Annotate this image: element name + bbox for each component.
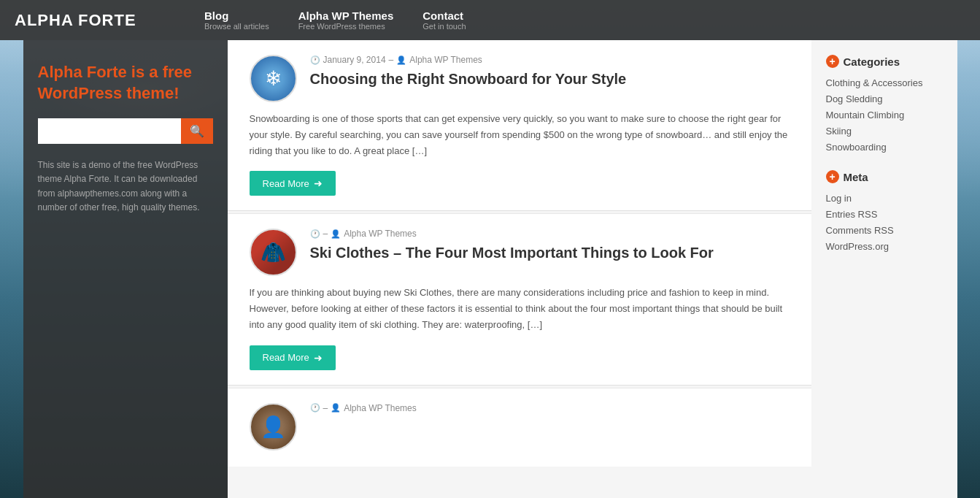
- meta-widget: + Meta Log in Entries RSS Comments RSS W…: [826, 170, 943, 252]
- nav-blog-sub: Browse all articles: [204, 22, 269, 31]
- categories-plus-icon: +: [826, 55, 839, 68]
- read-more-label-1: Read More: [263, 178, 309, 189]
- search-button[interactable]: 🔍: [181, 118, 213, 144]
- article-author-2: Alpha WP Themes: [344, 229, 417, 239]
- categories-widget: + Categories Clothing & Accessories Dog …: [826, 55, 943, 153]
- nav-item-contact[interactable]: Contact Get in touch: [423, 9, 466, 31]
- site-title[interactable]: ALPHA FORTE: [15, 11, 161, 30]
- article-card-3: 👤 🕐 – 👤 Alpha WP Themes: [228, 388, 811, 467]
- category-link-2[interactable]: Dog Sledding: [826, 93, 883, 104]
- read-more-button-1[interactable]: Read More ➜: [250, 171, 336, 196]
- article-author-1: Alpha WP Themes: [409, 55, 482, 65]
- article-card-1: ❄ 🕐 January 9, 2014 – 👤 Alpha WP Themes …: [228, 40, 811, 211]
- sidebar-right: + Categories Clothing & Accessories Dog …: [811, 40, 957, 498]
- category-item-5[interactable]: Snowboarding: [826, 141, 943, 153]
- dash-1: –: [389, 55, 394, 65]
- sidebar-description: This site is a demo of the free WordPres…: [38, 158, 213, 215]
- dash-3: –: [323, 403, 328, 413]
- article-card-2: 🧥 🕐 – 👤 Alpha WP Themes Ski Clothes – Th…: [228, 214, 811, 385]
- category-item-2[interactable]: Dog Sledding: [826, 93, 943, 104]
- article-date-1: January 9, 2014: [323, 55, 386, 65]
- article-author-3: Alpha WP Themes: [344, 403, 417, 413]
- search-box: 🔍: [38, 118, 213, 144]
- dash-2: –: [323, 229, 328, 239]
- article-thumb-2: 🧥: [250, 229, 297, 276]
- categories-label: Categories: [844, 55, 900, 68]
- article-meta-3: 🕐 – 👤 Alpha WP Themes: [310, 403, 790, 413]
- nav-contact-sub: Get in touch: [423, 22, 466, 31]
- meta-link-4[interactable]: WordPress.org: [826, 241, 889, 252]
- read-more-button-2[interactable]: Read More ➜: [250, 345, 336, 370]
- meta-item-3[interactable]: Comments RSS: [826, 224, 943, 236]
- meta-label: Meta: [844, 171, 868, 183]
- article-title-2[interactable]: Ski Clothes – The Four Most Important Th…: [310, 243, 790, 262]
- article-meta-title-1: 🕐 January 9, 2014 – 👤 Alpha WP Themes Ch…: [310, 55, 790, 88]
- article-thumb-3: 👤: [250, 403, 297, 451]
- meta-item-2[interactable]: Entries RSS: [826, 208, 943, 220]
- clock-icon-2: 🕐: [310, 229, 320, 239]
- meta-item-1[interactable]: Log in: [826, 192, 943, 204]
- article-meta-title-2: 🕐 – 👤 Alpha WP Themes Ski Clothes – The …: [310, 229, 790, 262]
- meta-item-4[interactable]: WordPress.org: [826, 240, 943, 252]
- jacket-icon: 🧥: [261, 240, 286, 264]
- category-item-1[interactable]: Clothing & Accessories: [826, 77, 943, 88]
- top-nav: ALPHA FORTE Blog Browse all articles Alp…: [0, 0, 980, 40]
- article-meta-title-3: 🕐 – 👤 Alpha WP Themes: [310, 403, 790, 418]
- page-layout: Alpha Forte is a free WordPress theme! 🔍…: [23, 40, 957, 498]
- author-icon-2: 👤: [331, 229, 341, 239]
- author-icon-1: 👤: [396, 55, 406, 65]
- nav-themes-sub: Free WordPress themes: [298, 22, 394, 31]
- article-thumb-1: ❄: [250, 55, 297, 102]
- article-excerpt-2: If you are thinking about buying new Ski…: [250, 285, 790, 333]
- clock-icon-3: 🕐: [310, 403, 320, 413]
- nav-item-blog[interactable]: Blog Browse all articles: [204, 9, 269, 31]
- author-icon-3: 👤: [331, 403, 341, 413]
- arrow-icon-2: ➜: [314, 352, 323, 364]
- nav-contact-label: Contact: [423, 9, 466, 22]
- meta-plus-icon: +: [826, 170, 839, 183]
- article-excerpt-1: Snowboarding is one of those sports that…: [250, 111, 790, 159]
- article-meta-2: 🕐 – 👤 Alpha WP Themes: [310, 229, 790, 239]
- article-header-1: ❄ 🕐 January 9, 2014 – 👤 Alpha WP Themes …: [250, 55, 790, 102]
- article-header-3: 👤 🕐 – 👤 Alpha WP Themes: [250, 403, 790, 451]
- arrow-icon-1: ➜: [314, 177, 323, 189]
- main-content: ❄ 🕐 January 9, 2014 – 👤 Alpha WP Themes …: [228, 40, 811, 498]
- article-meta-1: 🕐 January 9, 2014 – 👤 Alpha WP Themes: [310, 55, 790, 65]
- read-more-label-2: Read More: [263, 352, 309, 363]
- nav-items: Blog Browse all articles Alpha WP Themes…: [204, 9, 466, 31]
- nav-themes-label: Alpha WP Themes: [298, 9, 394, 22]
- meta-widget-title: + Meta: [826, 170, 943, 183]
- sidebar-left: Alpha Forte is a free WordPress theme! 🔍…: [23, 40, 228, 498]
- nav-blog-label: Blog: [204, 9, 269, 22]
- categories-widget-title: + Categories: [826, 55, 943, 68]
- category-item-4[interactable]: Skiing: [826, 125, 943, 137]
- person-icon: 👤: [261, 415, 286, 439]
- category-link-4[interactable]: Skiing: [826, 126, 852, 137]
- category-link-1[interactable]: Clothing & Accessories: [826, 77, 923, 88]
- clock-icon-1: 🕐: [310, 55, 320, 65]
- article-header-2: 🧥 🕐 – 👤 Alpha WP Themes Ski Clothes – Th…: [250, 229, 790, 276]
- nav-item-themes[interactable]: Alpha WP Themes Free WordPress themes: [298, 9, 394, 31]
- category-item-3[interactable]: Mountain Climbing: [826, 109, 943, 120]
- snowboard-icon: ❄: [265, 66, 282, 91]
- sidebar-tagline: Alpha Forte is a free WordPress theme!: [38, 62, 213, 104]
- meta-link-2[interactable]: Entries RSS: [826, 209, 878, 220]
- meta-list: Log in Entries RSS Comments RSS WordPres…: [826, 192, 943, 252]
- category-link-3[interactable]: Mountain Climbing: [826, 110, 905, 120]
- category-link-5[interactable]: Snowboarding: [826, 142, 887, 153]
- categories-list: Clothing & Accessories Dog Sledding Moun…: [826, 77, 943, 153]
- search-input[interactable]: [38, 118, 181, 144]
- meta-link-1[interactable]: Log in: [826, 193, 852, 204]
- article-title-1[interactable]: Choosing the Right Snowboard for Your St…: [310, 69, 790, 88]
- meta-link-3[interactable]: Comments RSS: [826, 225, 894, 236]
